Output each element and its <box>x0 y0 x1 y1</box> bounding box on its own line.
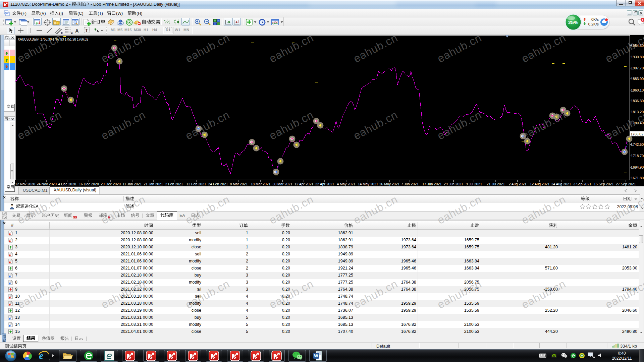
svg-text:24 Feb 2021: 24 Feb 2021 <box>208 182 228 186</box>
svg-text:12 Apr 2021: 12 Apr 2021 <box>294 182 314 186</box>
svg-text:1766.02: 1766.02 <box>631 132 643 136</box>
svg-text:11 Jan 2021: 11 Jan 2021 <box>122 182 142 186</box>
svg-text:1671.80: 1671.80 <box>631 176 644 180</box>
svg-text:E: E <box>61 32 63 34</box>
svg-text:T: T <box>86 28 88 33</box>
svg-text:1907.70: 1907.70 <box>631 66 644 70</box>
svg-text:12 Feb 2021: 12 Feb 2021 <box>186 182 206 186</box>
svg-text:18 Mar 2021: 18 Mar 2021 <box>251 182 271 186</box>
svg-text:12 Aug 2021: 12 Aug 2021 <box>530 182 550 186</box>
svg-text:1789.40: 1789.40 <box>631 121 644 125</box>
svg-text:4 Dec 2020: 4 Dec 2020 <box>58 182 76 186</box>
svg-text:24 Aug 2021: 24 Aug 2021 <box>551 182 571 186</box>
svg-text:29 Jun 2021: 29 Jun 2021 <box>444 182 463 186</box>
svg-text:2 Feb 2021: 2 Feb 2021 <box>165 182 183 186</box>
svg-text:7 Jun 2021: 7 Jun 2021 <box>401 182 419 186</box>
svg-text:22 Apr 2021: 22 Apr 2021 <box>315 182 334 186</box>
svg-text:16 Dec 2020: 16 Dec 2020 <box>79 182 99 186</box>
svg-text:F: F <box>71 32 73 34</box>
svg-text:25%: 25% <box>568 19 578 25</box>
svg-text:24 Nov 2020: 24 Nov 2020 <box>37 182 57 186</box>
svg-text:27 Sep 2021: 27 Sep 2021 <box>616 182 636 186</box>
svg-text:1742.50: 1742.50 <box>631 142 644 146</box>
svg-text:15 Sep 2021: 15 Sep 2021 <box>594 182 614 186</box>
svg-text:12 Nov 2020: 12 Nov 2020 <box>15 182 35 186</box>
svg-text:1930.80: 1930.80 <box>631 55 644 59</box>
svg-text:1954.60: 1954.60 <box>631 44 644 48</box>
svg-text:21 Jan 2021: 21 Jan 2021 <box>144 182 163 186</box>
svg-text:14 May 2021: 14 May 2021 <box>358 182 378 186</box>
svg-text:17 Jun 2021: 17 Jun 2021 <box>422 182 442 186</box>
svg-text:29 Dec 2020: 29 Dec 2020 <box>101 182 121 186</box>
svg-text:1836.30: 1836.30 <box>631 99 644 103</box>
svg-text:W: W <box>314 353 318 358</box>
svg-text:1694.90: 1694.90 <box>631 165 644 169</box>
svg-text:4 May 2021: 4 May 2021 <box>337 182 356 186</box>
svg-text:1860.10: 1860.10 <box>631 88 644 92</box>
svg-text:1: 1 <box>642 18 644 22</box>
svg-text:8 Mar 2021: 8 Mar 2021 <box>230 182 248 186</box>
svg-text:9 Jul 2021: 9 Jul 2021 <box>466 182 482 186</box>
svg-text:1813.20: 1813.20 <box>631 110 644 114</box>
svg-text:3 Sep 2021: 3 Sep 2021 <box>573 182 591 186</box>
svg-text:2 Aug 2021: 2 Aug 2021 <box>508 182 526 186</box>
svg-text:30 Mar 2021: 30 Mar 2021 <box>273 182 292 186</box>
svg-text:1883.90: 1883.90 <box>631 77 644 81</box>
svg-text:21 Jul 2021: 21 Jul 2021 <box>487 182 505 186</box>
svg-text:XAUUSD,Daily 1755.30 1767.93: XAUUSD,Daily 1755.30 1767.93 1751.98 176… <box>18 37 88 41</box>
svg-text:1718.70: 1718.70 <box>631 154 644 158</box>
svg-text:26 May 2021: 26 May 2021 <box>379 182 400 186</box>
